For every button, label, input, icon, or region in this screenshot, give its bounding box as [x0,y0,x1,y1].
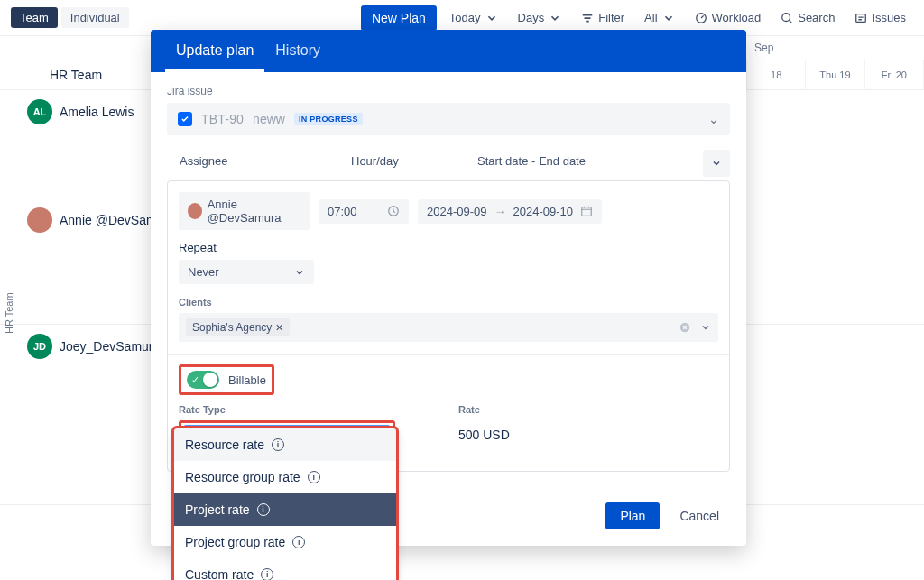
rate-type-option-selected[interactable]: Project rate i [174,493,396,526]
option-label: Resource group rate [185,470,300,484]
view-individual-button[interactable]: Individual [61,7,129,28]
remove-tag-button[interactable]: ✕ [275,322,283,334]
rate-type-dropdown: Resource rate i Resource group rate i Pr… [174,428,396,580]
repeat-select[interactable]: Never [179,260,314,284]
resource-name: Joey_DevSamurai [60,339,162,354]
gauge-icon [695,12,707,24]
filter-label: Filter [598,11,624,24]
arrow-right-icon: → [494,205,506,218]
option-label: Resource rate [185,437,264,452]
rate-type-label: Rate Type [179,404,395,415]
billable-toggle[interactable]: ✓ [187,371,219,389]
avatar: AL [27,99,52,124]
calendar-icon [580,205,593,217]
rate-value: 500 USD [458,420,675,442]
resource-name: Amelia Lewis [60,105,134,119]
client-tag-label: Sophia's Agency [192,321,272,334]
status-badge: IN PROGRESS [294,113,363,125]
tab-history[interactable]: History [264,30,331,72]
avatar [27,207,52,233]
svg-rect-2 [856,14,866,22]
info-icon: i [308,471,320,483]
info-icon: i [272,438,284,451]
clients-field[interactable]: Sophia's Agency ✕ [179,313,718,342]
col-dates-label: Start date - End date [477,154,687,168]
col-assignee-label: Assignee [180,154,315,168]
info-icon: i [292,536,305,548]
search-label: Search [798,11,835,24]
option-label: Custom rate [185,567,254,580]
repeat-value: Never [188,265,219,279]
clients-label: Clients [179,297,718,308]
issues-button[interactable]: Issues [847,6,913,29]
option-label: Project group rate [185,535,285,549]
day-header: Fri 20 [865,60,924,89]
chevron-down-icon [294,267,305,278]
chevron-down-icon: ⌄ [708,112,719,126]
today-button[interactable]: Today [442,6,505,29]
view-team-button[interactable]: Team [11,7,58,28]
workload-button[interactable]: Workload [688,6,769,29]
filter-icon [581,12,594,24]
option-label: Project rate [185,502,250,517]
chevron-down-icon [549,12,561,24]
rate-type-option[interactable]: Project group rate i [174,526,396,558]
resource-name: Annie @DevSamu [60,213,163,227]
day-header: Thu 19 [806,60,864,89]
group-vertical-label: HR Team [4,292,14,334]
day-header: 18 [747,60,806,89]
hours-per-day-field[interactable]: 07:00 [319,199,409,224]
col-hourday-label: Hour/day [351,154,441,168]
chevron-down-icon[interactable] [700,322,711,333]
billable-label: Billable [228,373,266,387]
granularity-label: Days [518,11,545,24]
assignee-name: Annie @DevSamura [208,198,300,225]
cancel-button[interactable]: Cancel [669,502,730,529]
dialog-tabs: Update plan History [151,30,746,72]
search-button[interactable]: Search [773,6,842,29]
issue-key: TBT-90 [201,112,244,126]
svg-point-1 [782,13,790,21]
date-range-field[interactable]: 2024-09-09 → 2024-09-10 [418,199,602,224]
view-segment: Team Individual [11,7,129,28]
avatar: JD [27,334,52,359]
toggle-knob [203,373,217,387]
start-date: 2024-09-09 [427,205,487,218]
scope-button[interactable]: All [637,6,681,29]
month-label: Sep [747,41,924,54]
clock-icon [387,205,400,217]
today-label: Today [449,11,481,24]
issues-icon [855,12,867,24]
assignee-field[interactable]: Annie @DevSamura [179,192,310,230]
task-type-icon [178,112,192,126]
search-icon [781,12,793,24]
filter-button[interactable]: Filter [574,6,632,29]
end-date: 2024-09-10 [513,205,574,218]
workload-label: Workload [712,11,762,24]
info-icon: i [261,568,273,580]
rate-type-option[interactable]: Resource rate i [174,428,396,461]
collapse-row-button[interactable] [703,150,730,177]
avatar [188,203,202,219]
issues-label: Issues [872,11,906,24]
rate-type-option[interactable]: Custom rate i [174,558,396,580]
scope-label: All [644,11,657,24]
chevron-down-icon [485,12,498,24]
repeat-label: Repeat [179,241,718,254]
check-icon: ✓ [191,374,199,386]
client-tag: Sophia's Agency ✕ [186,318,290,336]
jira-issue-label: Jira issue [167,85,730,97]
billable-toggle-group: ✓ Billable [179,364,274,395]
new-plan-button[interactable]: New Plan [361,5,437,31]
hours-value: 07:00 [328,205,357,218]
rate-type-option[interactable]: Resource group rate i [174,461,396,493]
clear-icon[interactable] [679,321,691,334]
issue-summary: neww [253,112,285,126]
plan-button[interactable]: Plan [605,502,660,529]
granularity-button[interactable]: Days [511,6,569,29]
tab-update-plan[interactable]: Update plan [165,30,264,72]
rate-label: Rate [458,404,675,415]
jira-issue-picker[interactable]: TBT-90 neww IN PROGRESS ⌄ [167,103,730,135]
chevron-down-icon [711,158,722,169]
info-icon: i [257,503,270,516]
